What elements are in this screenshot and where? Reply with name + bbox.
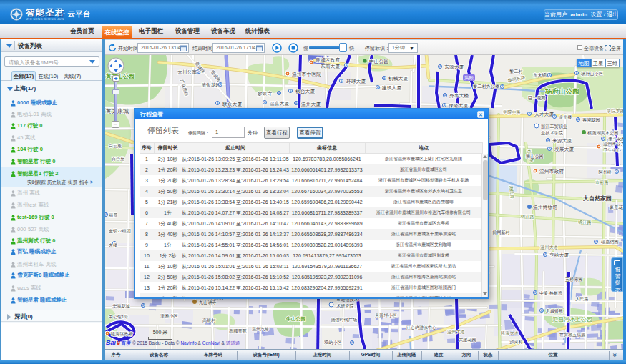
svg-text:大自然家园: 大自然家园	[583, 195, 612, 202]
svg-text:温州市公共: 温州市公共	[603, 141, 623, 147]
svg-text:沙河村: 沙河村	[509, 339, 523, 345]
svg-text:大楼: 大楼	[109, 242, 117, 247]
svg-text:发展大厦: 发展大厦	[554, 147, 574, 152]
svg-text:中公馆1号: 中公馆1号	[109, 314, 128, 320]
svg-text:德信时代广场: 德信时代广场	[331, 317, 357, 323]
svg-text:世贸地五福源: 世贸地五福源	[559, 332, 585, 338]
svg-text:前网新村: 前网新村	[492, 230, 510, 235]
svg-text:术研究院: 术研究院	[336, 303, 355, 309]
svg-text:人民路: 人民路	[575, 296, 589, 302]
svg-text:建设大厦: 建设大厦	[381, 85, 401, 91]
svg-text:横蒲湖滨水公园: 横蒲湖滨水公园	[587, 130, 618, 136]
svg-text:瓯海大道: 瓯海大道	[501, 330, 519, 336]
svg-text:高银村: 高银村	[202, 318, 216, 323]
svg-text:月落垟小区: 月落垟小区	[375, 313, 397, 318]
svg-text:双屿小区: 双屿小区	[324, 340, 342, 345]
svg-text:环球大厦: 环球大厦	[346, 79, 366, 84]
svg-text:金锁37组团: 金锁37组团	[108, 228, 131, 234]
svg-text:锦江路: 锦江路	[577, 220, 592, 225]
svg-text:温富大厦: 温富大厦	[270, 101, 289, 107]
svg-text:华海花城: 华海花城	[112, 303, 131, 309]
svg-text:温州大厦: 温州大厦	[301, 102, 321, 107]
svg-text:清金花园: 清金花园	[201, 82, 220, 88]
svg-text:温州博物馆: 温州博物馆	[533, 205, 557, 210]
svg-text:温州市中医院: 温州市中医院	[292, 72, 321, 77]
svg-text:高顺景苑: 高顺景苑	[229, 328, 247, 334]
svg-text:大川公寓: 大川公寓	[177, 69, 197, 74]
svg-text:巨一花苑: 巨一花苑	[528, 95, 546, 101]
svg-text:机械大厦: 机械大厦	[388, 76, 408, 82]
svg-text:江心屿游泳中心: 江心屿游泳中心	[406, 325, 436, 330]
svg-text:黎二村办公楼: 黎二村办公楼	[473, 84, 499, 89]
svg-text:市府路: 市府路	[595, 179, 609, 185]
svg-text:东源大厦: 东源大厦	[444, 64, 464, 70]
svg-text:业技术学院: 业技术学院	[541, 130, 564, 136]
svg-text:豪景花苑: 豪景花苑	[610, 205, 623, 210]
svg-text:妙果寺: 妙果寺	[258, 91, 273, 97]
svg-text:杨府山公园: 杨府山公园	[544, 87, 579, 95]
svg-text:蕃潮花园: 蕃潮花园	[582, 117, 600, 123]
svg-text:瓯海区政府: 瓯海区政府	[111, 331, 133, 337]
svg-text:杨府山小区: 杨府山小区	[580, 71, 603, 77]
svg-text:温州市政府: 温州市政府	[539, 169, 564, 174]
svg-text:黎二村: 黎二村	[509, 69, 523, 74]
svg-text:温州大道: 温州大道	[447, 329, 465, 335]
svg-text:人才大厦: 人才大厦	[534, 112, 554, 117]
svg-text:金州楼: 金州楼	[559, 114, 572, 119]
svg-text:阿外楼: 阿外楼	[598, 169, 612, 175]
svg-text:浙江工贸职业: 浙江工贸职业	[541, 124, 567, 129]
svg-text:学院中路: 学院中路	[503, 109, 521, 115]
svg-text:君越银苑: 君越银苑	[546, 308, 563, 314]
svg-text:洪殿: 洪殿	[464, 75, 474, 81]
svg-text:汇昌河水上公园: 汇昌河水上公园	[552, 316, 592, 323]
svg-text:鹿城区政府: 鹿城区政府	[316, 57, 340, 63]
svg-text:中梁·榕树湾: 中梁·榕树湾	[539, 290, 562, 296]
svg-text:狮山公园: 狮山公园	[526, 154, 544, 159]
svg-text:牛山公园: 牛山公园	[285, 316, 305, 322]
svg-text:津雅小区: 津雅小区	[160, 313, 178, 319]
svg-text:外事大楼: 外事大楼	[449, 93, 469, 98]
svg-text:温州大道: 温州大道	[540, 245, 558, 250]
svg-text:黄龙康城: 黄龙康城	[106, 108, 129, 114]
svg-text:大建花园: 大建花园	[459, 337, 476, 343]
svg-text:丽景: 丽景	[109, 212, 117, 218]
svg-text:白云庵: 白云庵	[109, 143, 122, 149]
svg-text:米源大厦: 米源大厦	[552, 138, 572, 144]
svg-text:东南大厦: 东南大厦	[321, 64, 340, 69]
svg-text:学院东路: 学院东路	[607, 108, 623, 114]
svg-text:五桥家园: 五桥家园	[565, 277, 583, 282]
svg-text:亨哈大厦: 亨哈大厦	[549, 252, 569, 258]
svg-text:九山讲寺: 九山讲寺	[199, 300, 217, 305]
svg-text:联众大厦: 联众大厦	[222, 102, 242, 107]
svg-text:卫生中心: 卫生中心	[603, 147, 622, 152]
svg-text:百合苑: 百合苑	[112, 157, 124, 162]
svg-text:中山公园: 中山公园	[369, 59, 388, 64]
svg-text:温州汽修: 温州汽修	[252, 326, 269, 331]
svg-text:瑞嘉信园: 瑞嘉信园	[601, 239, 619, 245]
svg-text:锦江路: 锦江路	[520, 214, 534, 220]
svg-text:枫台大厦: 枫台大厦	[295, 89, 315, 94]
